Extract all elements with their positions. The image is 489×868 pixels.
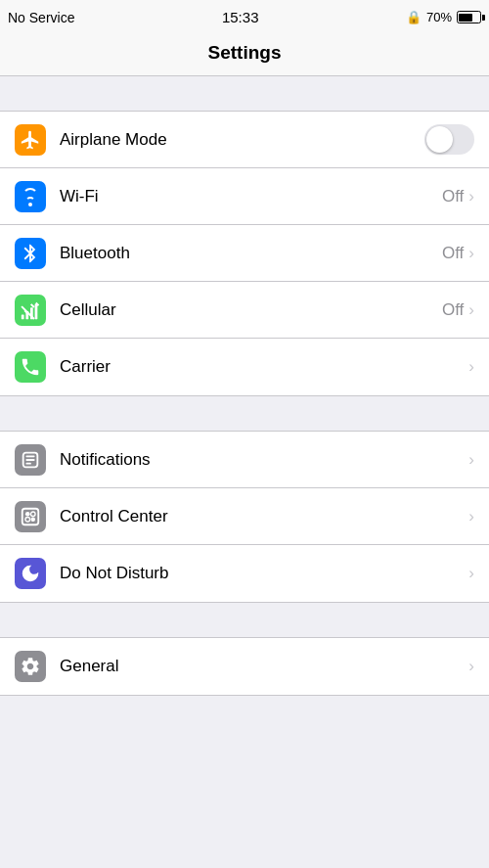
airplane-icon — [20, 129, 41, 151]
status-time: 15:33 — [222, 9, 259, 25]
battery-icon — [457, 11, 481, 23]
svg-rect-1 — [25, 310, 28, 318]
wifi-icon — [22, 187, 38, 206]
general-section: General › — [0, 637, 489, 696]
page-title: Settings — [208, 42, 282, 63]
section-gap-1 — [0, 76, 489, 111]
general-chevron: › — [468, 657, 474, 676]
wifi-icon-bg — [15, 181, 46, 212]
wifi-label: Wi-Fi — [60, 187, 442, 206]
bluetooth-label: Bluetooth — [60, 244, 442, 263]
airplane-mode-label: Airplane Mode — [60, 130, 424, 150]
system-section: Notifications › Control Center › Do Not … — [0, 431, 489, 603]
battery-percent: 70% — [426, 10, 452, 24]
lock-icon: 🔒 — [406, 10, 422, 24]
connectivity-section: Airplane Mode Wi-Fi Off › Bluetooth Off … — [0, 111, 489, 396]
control-center-icon-bg — [15, 501, 46, 532]
cellular-icon-bg — [15, 295, 46, 326]
do-not-disturb-label: Do Not Disturb — [60, 564, 468, 583]
carrier-label: Carrier — [60, 357, 468, 377]
do-not-disturb-icon-bg — [15, 558, 46, 589]
svg-point-9 — [25, 511, 30, 516]
notifications-chevron: › — [468, 450, 474, 470]
battery-fill — [459, 14, 472, 22]
wifi-value: Off — [442, 187, 464, 206]
svg-rect-8 — [22, 508, 39, 525]
phone-icon — [20, 356, 41, 378]
general-label: General — [60, 657, 468, 676]
wifi-row[interactable]: Wi-Fi Off › — [0, 168, 489, 225]
svg-rect-6 — [25, 459, 34, 461]
carrier-icon-bg — [15, 351, 46, 383]
section-gap-3 — [0, 603, 489, 637]
notifications-icon-bg — [15, 444, 46, 476]
bluetooth-icon-bg — [15, 238, 46, 269]
svg-rect-3 — [35, 303, 38, 319]
bluetooth-icon — [20, 243, 41, 264]
bluetooth-value: Off — [442, 244, 464, 263]
general-icon-bg — [15, 651, 46, 682]
airplane-mode-row[interactable]: Airplane Mode — [0, 112, 489, 168]
no-service-label: No Service — [8, 10, 74, 25]
svg-point-10 — [30, 511, 35, 516]
control-center-icon — [20, 506, 41, 527]
notifications-icon — [20, 449, 41, 471]
bluetooth-chevron: › — [468, 244, 474, 263]
status-bar: No Service 15:33 🔒 70% — [0, 0, 489, 34]
notifications-row[interactable]: Notifications › — [0, 432, 489, 488]
status-right: 🔒 70% — [406, 10, 481, 24]
svg-point-12 — [30, 517, 35, 522]
do-not-disturb-chevron: › — [468, 564, 474, 583]
wifi-dot — [28, 203, 32, 206]
notifications-label: Notifications — [60, 450, 468, 470]
cellular-label: Cellular — [60, 300, 442, 320]
bluetooth-row[interactable]: Bluetooth Off › — [0, 225, 489, 282]
carrier-chevron: › — [468, 357, 474, 377]
moon-icon — [20, 563, 41, 584]
gear-icon — [20, 656, 41, 677]
cellular-icon — [20, 299, 41, 321]
airplane-icon-bg — [15, 124, 46, 156]
general-row[interactable]: General › — [0, 638, 489, 695]
cellular-value: Off — [442, 300, 464, 320]
wifi-chevron: › — [468, 187, 474, 206]
cellular-chevron: › — [468, 300, 474, 320]
airplane-mode-toggle[interactable] — [424, 124, 474, 155]
section-gap-2 — [0, 396, 489, 431]
svg-rect-2 — [30, 307, 33, 319]
do-not-disturb-row[interactable]: Do Not Disturb › — [0, 545, 489, 602]
svg-rect-0 — [22, 314, 24, 319]
control-center-row[interactable]: Control Center › — [0, 488, 489, 545]
svg-point-11 — [25, 517, 30, 522]
control-center-chevron: › — [468, 507, 474, 526]
svg-rect-7 — [25, 462, 31, 464]
page-title-bar: Settings — [0, 34, 489, 76]
toggle-knob — [426, 126, 453, 153]
control-center-label: Control Center — [60, 507, 468, 526]
cellular-row[interactable]: Cellular Off › — [0, 282, 489, 339]
svg-rect-5 — [25, 455, 34, 457]
carrier-row[interactable]: Carrier › — [0, 339, 489, 395]
